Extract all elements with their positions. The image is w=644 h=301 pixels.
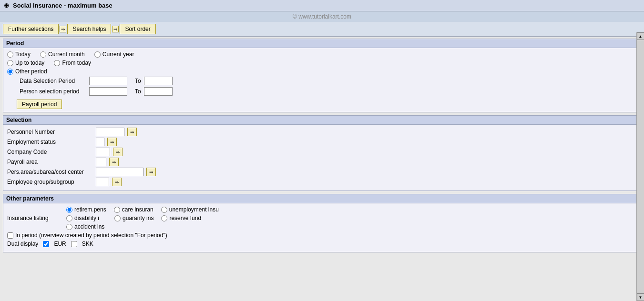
company-code-label: Company Code [7,149,93,155]
disability-i-radio[interactable] [66,215,72,221]
sort-order-button[interactable]: Sort order [120,24,155,34]
employee-group-label: Employee group/subgroup [7,179,93,185]
payroll-area-input[interactable] [96,158,106,166]
current-year-radio[interactable] [94,51,101,58]
data-selection-to-label: To [135,78,141,84]
reserve-fund-radio[interactable] [161,215,167,221]
skk-checkbox[interactable] [71,241,77,247]
in-period-row: In period (overview created by period se… [7,232,637,239]
accident-ins-radio[interactable] [66,224,72,230]
other-params-title: Other parameters [3,194,641,203]
from-today-radio[interactable] [54,60,60,66]
toolbar: Further selections ⇒ Search helps ⇒ Sort… [0,22,644,37]
personnel-number-arrow[interactable]: ⇒ [127,128,137,136]
today-radio[interactable] [7,51,13,58]
pers-area-row: Pers.area/subarea/cost center ⇒ [7,168,637,176]
person-selection-from-input[interactable] [89,87,127,96]
care-insuran-label[interactable]: care insuran [114,206,153,213]
current-year-label: Current year [102,51,134,58]
current-month-radio[interactable] [40,51,46,58]
dual-display-label: Dual display [7,241,38,247]
pers-area-input[interactable] [96,168,143,176]
payroll-area-arrow[interactable]: ⇒ [109,158,119,166]
title-icon: ⊕ [4,2,9,9]
selection-section-body: Personnel Number ⇒ Employment status ⇒ C… [3,125,641,191]
other-period-label: Other period [15,68,47,75]
search-helps-arrow-icon[interactable]: ⇒ [112,26,119,32]
other-period-radio[interactable] [7,69,13,75]
retirem-pens-label[interactable]: retirem.pens [66,206,106,213]
other-params-section: Other parameters Insurance listing retir… [3,194,641,252]
period-section: Period Today Current month Current year [3,39,641,112]
guaranty-ins-radio[interactable] [114,215,121,221]
page-title: Social insurance - maximum base [13,2,112,9]
person-selection-to-label: To [135,88,141,95]
scroll-down-button[interactable]: ▼ [637,293,644,301]
period-row-1: Today Current month Current year [7,51,637,58]
employee-group-arrow[interactable]: ⇒ [112,178,122,186]
disability-i-label[interactable]: disability i [66,215,99,221]
employee-group-input[interactable] [96,178,109,186]
search-helps-button[interactable]: Search helps [67,24,111,34]
data-selection-to-input[interactable] [144,77,173,85]
personnel-number-input[interactable] [96,128,124,136]
data-selection-from-input[interactable] [89,77,127,85]
from-today-label: From today [62,60,91,66]
further-selections-arrow-icon[interactable]: ⇒ [60,26,66,32]
guaranty-ins-label[interactable]: guaranty ins [114,215,153,221]
reserve-fund-text: reserve fund [169,215,201,221]
employment-status-row: Employment status ⇒ [7,138,637,146]
period-row-2: Up to today From today [7,60,637,66]
current-month-radio-label[interactable]: Current month [40,51,85,58]
other-params-body: Insurance listing retirem.pens care insu… [3,203,641,252]
reserve-fund-label[interactable]: reserve fund [161,215,201,221]
pers-area-arrow[interactable]: ⇒ [146,168,156,176]
payroll-btn-row: Payroll period [7,98,637,109]
company-code-input[interactable] [96,148,110,156]
from-today-radio-label[interactable]: From today [54,60,91,66]
insurance-listing-label: Insurance listing [7,215,64,221]
up-to-today-radio[interactable] [7,60,13,66]
person-selection-row: Person selection period To [7,87,637,96]
title-bar: ⊕ Social insurance - maximum base [0,0,644,11]
person-selection-to-input[interactable] [144,87,173,96]
in-period-checkbox[interactable] [7,232,13,239]
other-period-radio-label[interactable]: Other period [7,68,47,75]
payroll-area-label: Payroll area [7,159,93,165]
in-period-label: In period (overview created by period se… [15,232,167,239]
today-radio-label[interactable]: Today [7,51,31,58]
employment-status-arrow[interactable]: ⇒ [107,138,117,146]
employee-group-row: Employee group/subgroup ⇒ [7,178,637,186]
personnel-number-row: Personnel Number ⇒ [7,128,637,136]
unemployment-insu-label[interactable]: unemployment insu [161,206,219,213]
eur-checkbox[interactable] [43,241,49,247]
care-insuran-radio[interactable] [114,207,120,213]
pers-area-label: Pers.area/subarea/cost center [7,169,93,175]
data-selection-row: Data Selection Period To [7,77,637,85]
disability-i-text: disability i [74,215,99,221]
scroll-up-button[interactable]: ▲ [637,32,644,40]
further-selections-button[interactable]: Further selections [3,24,59,34]
skk-label: SKK [82,241,93,247]
personnel-number-label: Personnel Number [7,129,93,135]
current-year-radio-label[interactable]: Current year [94,51,134,58]
watermark-text: © www.tutorialkart.com [293,13,351,20]
eur-label: EUR [54,241,66,247]
unemployment-insu-text: unemployment insu [169,206,219,213]
unemployment-insu-radio[interactable] [161,207,167,213]
selection-section-title: Selection [3,116,641,125]
main-content: Period Today Current month Current year [0,37,644,300]
retirem-pens-radio[interactable] [66,207,72,213]
accident-ins-label[interactable]: accident ins [66,223,104,230]
insurance-listing-row: Insurance listing retirem.pens care insu… [7,206,637,230]
today-label: Today [15,51,31,58]
period-section-title: Period [3,39,641,48]
up-to-today-radio-label[interactable]: Up to today [7,60,44,66]
scrollbar[interactable]: ▲ ▼ [636,32,644,301]
employment-status-input[interactable] [96,138,104,146]
dual-display-row: Dual display EUR SKK [7,241,637,247]
company-code-arrow[interactable]: ⇒ [113,148,123,156]
payroll-period-button[interactable]: Payroll period [17,100,62,109]
up-to-today-label: Up to today [15,60,44,66]
care-insuran-text: care insuran [122,206,153,213]
